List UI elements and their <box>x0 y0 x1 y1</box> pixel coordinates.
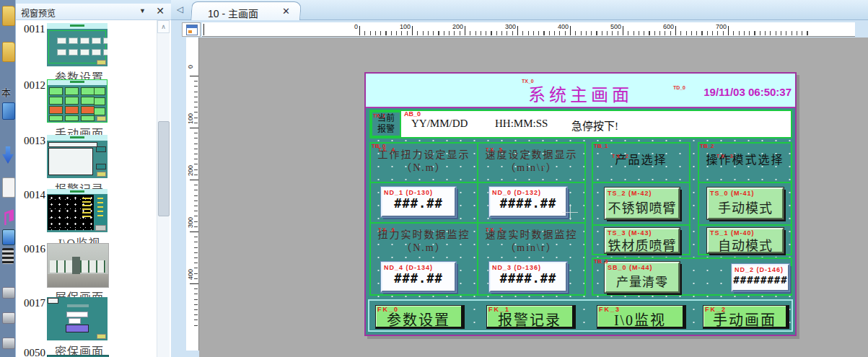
document-icon[interactable] <box>2 177 15 198</box>
alarm-date-format: YY/MM/DD <box>411 118 468 130</box>
text-object-tag: TX_6 <box>378 227 396 232</box>
ruler-tick <box>675 26 676 35</box>
design-canvas[interactable]: 系统主画面 TX_0 19/11/03 06:50:37 TD_0 当前 报警 … <box>199 38 868 357</box>
ruler-tick <box>359 26 360 35</box>
mode-button-auto[interactable]: TS_1 (M-40) 自动模式 <box>707 228 784 253</box>
display-value: ####.## <box>491 271 566 286</box>
ruler-corner <box>182 22 201 37</box>
close-icon[interactable]: ✕ <box>156 5 165 17</box>
ruler-label: 100 <box>388 23 411 30</box>
ruler-minor-ticks <box>359 31 810 35</box>
panel-header: 视窗预览 ▼ ✕ <box>16 4 172 20</box>
drive-icon[interactable] <box>2 338 15 349</box>
ruler-label: 200 <box>187 159 196 181</box>
tab-main-screen[interactable]: 10 - 主画面 ✕ <box>190 1 302 21</box>
desktop-icon-label[interactable]: 本 <box>1 85 11 99</box>
scrollbar-thumb[interactable] <box>158 121 170 216</box>
list-item-screensaver[interactable]: 0016 屏保画面 <box>16 242 154 300</box>
chevron-down-icon[interactable]: ▼ <box>139 7 146 14</box>
list-item-manual[interactable]: 0012 手动画面 <box>16 78 154 136</box>
button-tag: FK_0 <box>377 306 399 313</box>
torque-live-display[interactable]: ND_4 (D-134) ###.## <box>381 262 456 292</box>
display-tag: ND_4 (D-134) <box>384 264 433 271</box>
thumbnail-manual[interactable] <box>47 79 108 123</box>
torque-set-display[interactable]: ND_1 (D-130) ###.## <box>381 187 456 217</box>
box-tag: TB_2 <box>700 143 714 149</box>
counter-box[interactable]: TB_3 SB_0 (M-44) 产量清零 ND_2 (D-146) #####… <box>592 257 792 296</box>
film-icon[interactable] <box>2 248 14 264</box>
h-ruler: 0100200300400500600700 <box>202 22 855 37</box>
nav-button-params[interactable]: FK_0 参数设置 <box>375 305 465 329</box>
screen-number: 0011 <box>24 23 45 35</box>
cursor-crosshair <box>570 204 571 220</box>
ruler-label: 400 <box>546 23 569 30</box>
ruler-tick <box>728 26 729 35</box>
folder-icon[interactable] <box>2 42 15 62</box>
thumbnail-params[interactable] <box>47 23 108 66</box>
ruler-origin-mark <box>203 24 204 35</box>
counter-reset-button[interactable]: SB_0 (M-44) 产量清零 <box>605 262 680 293</box>
drive-icon[interactable] <box>2 287 15 299</box>
product-select-box[interactable]: TB_1 产品选择 TX_2 TS_2 (M-42) 不锈钢喷臂 TS_3 ( <box>592 142 691 255</box>
alarm-banner[interactable]: 当前 报警 TX_1 AB_0 YY/MM/DD HH:MM:SS 急停按下! <box>369 110 792 138</box>
box-tag: TB_1 <box>594 143 608 149</box>
music-note-icon[interactable] <box>2 209 14 225</box>
nav-button-io-monitor[interactable]: FK_3 I\0监视 <box>597 305 686 329</box>
speed-live-label: 速度实时数据监控 （min\r） TX_7 <box>480 229 583 255</box>
alarm-banner-label: 当前 报警 TX_1 <box>371 111 401 137</box>
ruler-label: 0 <box>187 56 196 77</box>
ruler-label: 500 <box>599 23 621 30</box>
torque-live-label: 扭力实时数据监控 （N.m） TX_6 <box>372 229 475 255</box>
thumbnail-alarm[interactable] <box>47 135 108 178</box>
nav-button-manual-screen[interactable]: FK_2 手动画面 <box>703 305 789 329</box>
hmi-screen[interactable]: 系统主画面 TX_0 19/11/03 06:50:37 TD_0 当前 报警 … <box>364 72 797 336</box>
list-item-main-params[interactable]: 0011 参数设置 <box>16 22 154 80</box>
data-group-box[interactable]: TB_0 工作扭力设定显示 （N.m） TX_4 速度设定数据显示 （min\r… <box>369 142 586 296</box>
counter-display[interactable]: ND_2 (D-146) ######## <box>732 264 789 291</box>
product-button-stainless[interactable]: TS_2 (M-42) 不锈钢喷臂 <box>605 188 680 219</box>
list-item-alarm-log[interactable]: 0013 报警记录 <box>16 133 154 192</box>
sidebar-scrollbar[interactable]: ∧ <box>157 20 170 357</box>
nav-button-alarm-log[interactable]: FK_1 报警记录 <box>486 305 576 329</box>
speed-set-label: 速度设定数据显示 （min\r） TX_5 <box>480 149 583 175</box>
folder-icon[interactable] <box>2 6 15 26</box>
drive-icon[interactable] <box>2 312 15 324</box>
button-label: 产量清零 <box>606 272 678 290</box>
screen-properties-icon[interactable] <box>186 25 198 35</box>
text-object-tag: TX_3 <box>716 154 735 159</box>
button-label: 手动模式 <box>709 198 782 216</box>
speed-live-display[interactable]: ND_3 (D-136) ####.## <box>489 262 567 292</box>
list-item-0050[interactable]: 0050 <box>16 345 154 357</box>
text-object-tag: TX_0 <box>522 79 534 84</box>
download-arrow-icon[interactable] <box>2 146 14 164</box>
torque-set-label: 工作扭力设定显示 （N.m） TX_4 <box>372 149 475 175</box>
scroll-up-icon[interactable]: ∧ <box>157 20 170 33</box>
thumbnail-password[interactable] <box>47 297 108 340</box>
ruler-label: 300 <box>494 23 516 30</box>
button-tag: TS_2 (M-42) <box>608 190 652 197</box>
mode-select-box[interactable]: TB_2 操作模式选择 TX_3 TS_0 (M-41) 手动模式 TS_1 <box>698 142 792 255</box>
ruler-label: 200 <box>441 23 463 30</box>
screen-number: 0012 <box>24 79 45 92</box>
tab-scroll-left-icon[interactable]: ◁ <box>177 4 183 14</box>
ruler-tick <box>412 26 413 35</box>
tab-close-icon[interactable]: ✕ <box>282 6 290 17</box>
alarm-message: 急停按下! <box>571 118 618 133</box>
screen-number: 0014 <box>24 189 45 201</box>
screen-title-bar[interactable]: 系统主画面 TX_0 19/11/03 06:50:37 TD_0 <box>366 74 795 108</box>
list-item-io-monitor[interactable]: 0014 I\O监视 <box>16 188 154 246</box>
thumbnail-io[interactable] <box>47 189 108 232</box>
thumbnail-screensaver[interactable] <box>47 243 109 288</box>
tab-label: 10 - 主画面 <box>208 6 258 20</box>
text-object-tag: TX_4 <box>378 147 396 152</box>
display-value: ######## <box>733 274 788 286</box>
display-tag: ND_1 (D-130) <box>384 189 433 196</box>
product-button-iron[interactable]: TS_3 (M-43) 铁材质喷臂 <box>605 228 680 253</box>
monitor-icon[interactable] <box>2 229 15 245</box>
datetime-display[interactable]: 19/11/03 06:50:37 <box>703 86 792 98</box>
mode-button-manual[interactable]: TS_0 (M-41) 手动模式 <box>707 188 784 219</box>
speed-set-display[interactable]: ND_0 (D-132) ####.## <box>489 187 567 217</box>
box-icon[interactable] <box>2 102 15 120</box>
text-object-tag: TX_5 <box>486 147 504 152</box>
ruler-label: 300 <box>187 211 196 233</box>
